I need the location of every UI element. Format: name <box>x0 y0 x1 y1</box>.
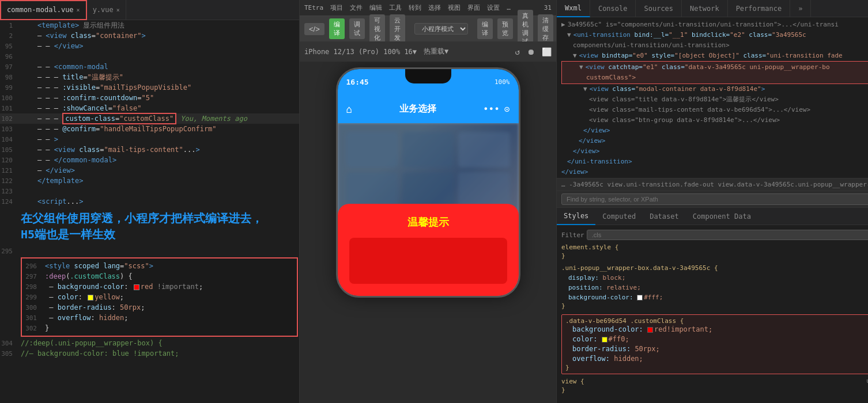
color-swatch-white <box>637 295 643 301</box>
code-line: 96 <box>0 51 299 62</box>
rule-header: element.style { <box>561 244 868 251</box>
modal-body <box>349 238 507 284</box>
code-line: 297 :deep(.customClass) { <box>24 271 295 282</box>
nav-actions: ••• ⊙ <box>483 104 510 115</box>
mode-select[interactable]: 小程序模式 <box>414 23 468 35</box>
tab-network[interactable]: Network <box>682 0 728 17</box>
style-filter-input[interactable] <box>587 230 868 240</box>
filter-label: Filter <box>561 231 584 239</box>
xpath-search-input[interactable] <box>561 193 868 205</box>
cloud-btn[interactable]: 云开发 <box>390 14 405 44</box>
nav-more-icon[interactable]: ••• <box>483 104 500 115</box>
style-prop: position: relative; <box>561 283 868 292</box>
code-line: 97 — — <common-modal <box>0 62 299 72</box>
code-line: 122 </template> <box>0 176 299 186</box>
tab-computed[interactable]: Computed <box>595 208 643 225</box>
code-line: 302 } <box>24 323 295 333</box>
devtools-styles-content: Filter .cls element.style { } .uni-popup… <box>557 225 868 403</box>
compile-btn[interactable]: 编译 <box>329 18 345 39</box>
code-line: 301 — overflow: hidden; <box>24 313 295 323</box>
style-prop: color: #ff0; <box>565 334 868 344</box>
code-line: 121 — </view> <box>0 165 299 176</box>
compile-btn2[interactable]: 编译 <box>477 18 493 39</box>
devtools-line: <view class="btn-group data-v-8f9d814e">… <box>561 115 868 126</box>
style-rule-view: view { user agent } <box>561 378 868 394</box>
tab-performance[interactable]: Performance <box>728 0 790 17</box>
style-prop: background-color: #fff; <box>561 292 868 302</box>
tab-sources[interactable]: Sources <box>636 0 682 17</box>
code-btn[interactable]: </> <box>304 23 324 35</box>
rule-close: } <box>561 386 868 394</box>
tab-label: y.vue <box>93 6 114 14</box>
menu-edit[interactable]: 编辑 <box>369 3 382 12</box>
sim-device-wrapper: 16:45 100% ⌂ 业务选择 ••• ⊙ <box>300 62 556 403</box>
menu-settings[interactable]: 设置 <box>487 3 500 12</box>
devtools-selected-line[interactable]: ▼ <view catchtap="e1" class="data-v-3a49… <box>561 61 868 84</box>
editor-tabs: common-modal.vue × y.vue × <box>0 0 299 20</box>
close-icon[interactable]: × <box>116 7 120 13</box>
tab-styles[interactable]: Styles <box>557 208 595 225</box>
style-rule-uni-popup: .uni-popup__wrapper-box.data-v-3a49565c … <box>561 264 868 310</box>
tab-component-data[interactable]: Component Data <box>686 208 758 225</box>
nav-action-icon[interactable]: ⊙ <box>504 104 510 115</box>
close-icon[interactable]: × <box>77 7 80 13</box>
menu-file[interactable]: 文件 <box>350 3 363 12</box>
code-line: 2 — <view class="container"> <box>0 31 299 41</box>
style-prop: overflow: hidden; <box>565 354 868 364</box>
code-line: 1 <template> 显示组件用法 <box>0 20 299 31</box>
style-filter: Filter .cls <box>561 230 868 240</box>
tab-common-modal[interactable]: common-modal.vue × <box>0 0 87 20</box>
devtools-style-tabs: Styles Computed Dataset Component Data <box>557 208 868 225</box>
menu-interface[interactable]: 界面 <box>467 3 480 12</box>
devtools-line: </view> <box>561 126 868 136</box>
menu-tools[interactable]: 工具 <box>389 3 402 12</box>
reload-icon[interactable]: ↺ <box>515 47 520 56</box>
style-rule-custom-class: .data-v-be696d54 .customClass { CollectB… <box>561 314 868 374</box>
devtools-search <box>557 191 868 208</box>
rule-header: view { <box>561 378 584 385</box>
devtools-line-cont: customClass"> <box>562 73 868 83</box>
code-line: 104 — — > <box>0 134 299 145</box>
tab-y-vue[interactable]: y.vue × <box>87 0 126 20</box>
stop-icon[interactable]: ⏺ <box>527 47 535 56</box>
editor-content: 1 <template> 显示组件用法 2 — <view class="con… <box>0 20 299 403</box>
sim-nav-bar: ⌂ 业务选择 ••• ⊙ <box>338 94 519 123</box>
menu-more[interactable]: … <box>507 4 511 12</box>
devtools-line: ▼ <view catchtap="e1" class="data-v-3a49… <box>562 62 868 73</box>
preview-btn[interactable]: 预览 <box>497 18 513 39</box>
clear-cache-btn[interactable]: 清缓存 <box>538 14 553 44</box>
menu-tetra[interactable]: TEtra <box>304 4 323 12</box>
tab-console[interactable]: Console <box>590 0 636 17</box>
tab-label: common-modal.vue <box>7 6 74 14</box>
rule-close: } <box>561 302 868 310</box>
menu-xiang[interactable]: 项目 <box>330 3 343 12</box>
devtools-line: ▶ 3a49565c" is="components/uni-transitio… <box>561 20 868 30</box>
devtools-line: <view class="mail-tips-content data-v-be… <box>561 105 868 115</box>
inspect-icon[interactable]: ⬜ <box>542 47 552 56</box>
hot-reload[interactable]: 热重载▼ <box>424 47 448 56</box>
annotation-text: 在父组件使用穿透，小程序才把样式编译进去，H5端也是一样生效 <box>21 210 299 242</box>
debug-btn[interactable]: 调试 <box>349 18 365 39</box>
modal-title: 温馨提示 <box>407 215 449 229</box>
notch <box>405 69 451 83</box>
color-swatch-yellow <box>602 337 607 343</box>
menu-view[interactable]: 视图 <box>448 3 461 12</box>
status-battery: 100% <box>495 78 510 86</box>
visual-btn[interactable]: 可视化 <box>369 14 385 44</box>
tab-wxml[interactable]: Wxml <box>557 0 590 17</box>
tab-more[interactable]: » <box>790 0 811 17</box>
device-label[interactable]: iPhone 12/13 (Pro) 100% 16▼ <box>304 48 417 56</box>
code-line: 100 — — — :confirm-countdown="5" <box>0 93 299 103</box>
code-line: 300 — border-radius: 50rpx; <box>24 302 295 313</box>
code-line: 298 — background-color: red !important; <box>24 282 295 292</box>
menu-select[interactable]: 选择 <box>428 3 441 12</box>
menu-goto[interactable]: 转到 <box>409 3 421 12</box>
tab-dataset[interactable]: Dataset <box>643 208 686 225</box>
simulator-panel: TEtra 项目 文件 编辑 工具 转到 选择 视图 界面 设置 … 31 </… <box>300 0 556 403</box>
style-prop: display: block; <box>561 273 868 283</box>
home-icon[interactable]: ⌂ <box>346 103 353 115</box>
status-time: 16:45 <box>346 78 369 86</box>
menu-number: 31 <box>544 4 552 12</box>
rule-close: } <box>561 252 868 260</box>
devtools-panel: Wxml Console Sources Network Performance… <box>556 0 868 403</box>
